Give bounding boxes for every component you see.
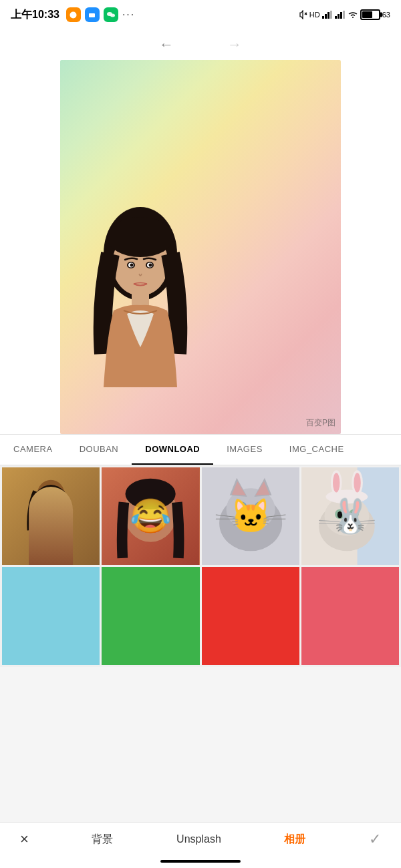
- svg-rect-13: [343, 11, 345, 19]
- svg-point-22: [130, 264, 134, 267]
- svg-rect-7: [325, 14, 327, 19]
- main-image: 百变P图: [60, 60, 341, 434]
- album-label[interactable]: 相册: [284, 833, 305, 847]
- grid-item-cyan[interactable]: [2, 567, 100, 664]
- svg-point-59: [349, 509, 359, 519]
- wifi-icon: [348, 11, 358, 19]
- back-button[interactable]: ←: [159, 36, 174, 53]
- svg-point-23: [149, 264, 152, 267]
- status-time: 上午10:33: [11, 8, 59, 22]
- app-icons: ···: [66, 7, 135, 22]
- toolbar-content: × 背景 Unsplash 相册 ✓: [0, 823, 401, 856]
- image-grid: [0, 465, 401, 667]
- svg-rect-6: [322, 16, 324, 19]
- tab-images[interactable]: IMAGES: [213, 435, 276, 465]
- bottom-toolbar: × 背景 Unsplash 相册 ✓: [0, 822, 401, 868]
- svg-point-52: [324, 497, 369, 536]
- tab-download[interactable]: DOWNLOAD: [132, 435, 213, 465]
- svg-rect-32: [140, 520, 162, 523]
- background-label[interactable]: 背景: [92, 833, 113, 847]
- grid-item-green[interactable]: [102, 567, 199, 664]
- svg-rect-10: [335, 16, 337, 19]
- tab-camera[interactable]: CAMERA: [0, 435, 66, 465]
- svg-point-30: [126, 479, 176, 509]
- svg-point-43: [257, 504, 262, 513]
- svg-point-53: [325, 489, 368, 503]
- svg-point-26: [37, 480, 65, 511]
- signal-bars-1: [322, 11, 333, 19]
- svg-point-40: [236, 501, 247, 514]
- grid-item-2[interactable]: [102, 467, 199, 565]
- svg-rect-9: [330, 11, 332, 19]
- nav-bar: ← →: [0, 29, 401, 60]
- confirm-button[interactable]: ✓: [369, 831, 381, 848]
- grid-item-red[interactable]: [202, 567, 299, 664]
- close-button[interactable]: ×: [20, 831, 29, 848]
- svg-point-42: [239, 504, 244, 513]
- status-bar: 上午10:33 ···: [0, 0, 401, 29]
- app-icon-1: [66, 7, 81, 22]
- tab-img-cache[interactable]: IMG_CACHE: [276, 435, 358, 465]
- person-figure: [67, 200, 214, 414]
- svg-point-57: [354, 473, 360, 492]
- battery-percent: 63: [382, 11, 390, 19]
- svg-point-31: [138, 519, 164, 533]
- grid-item-pink-red[interactable]: [301, 567, 399, 664]
- grid-item-3[interactable]: [202, 467, 299, 565]
- forward-button[interactable]: →: [227, 36, 242, 53]
- svg-point-62: [344, 518, 349, 522]
- mute-icon: [298, 10, 307, 19]
- grid-item-4[interactable]: [301, 467, 399, 565]
- app-icon-wechat: [104, 7, 118, 22]
- tab-bar: CAMERA DOUBAN DOWNLOAD IMAGES IMG_CACHE: [0, 434, 401, 465]
- svg-point-0: [70, 11, 77, 18]
- svg-point-3: [110, 14, 115, 17]
- svg-point-60: [338, 511, 342, 518]
- svg-point-16: [107, 217, 174, 257]
- svg-point-44: [247, 512, 253, 517]
- svg-rect-12: [340, 12, 342, 19]
- watermark: 百变P图: [306, 417, 336, 429]
- home-indicator: [160, 860, 241, 863]
- svg-rect-50: [357, 467, 399, 565]
- unsplash-label[interactable]: Unsplash: [176, 833, 221, 845]
- signal-bars-2: [335, 11, 346, 19]
- battery-icon: [360, 9, 380, 20]
- svg-point-41: [254, 501, 265, 514]
- svg-rect-1: [89, 13, 95, 17]
- svg-point-61: [351, 511, 356, 518]
- svg-point-58: [335, 509, 345, 519]
- grid-item-1[interactable]: [2, 467, 100, 565]
- tab-douban[interactable]: DOUBAN: [66, 435, 132, 465]
- svg-rect-11: [338, 14, 340, 19]
- hd-label: HD: [309, 11, 320, 19]
- main-image-container: 百变P图: [0, 60, 401, 434]
- app-icon-2: [85, 7, 100, 22]
- svg-rect-8: [327, 12, 329, 19]
- signal-area: HD 63: [298, 9, 390, 20]
- more-dots: ···: [122, 9, 135, 21]
- svg-point-56: [333, 473, 340, 492]
